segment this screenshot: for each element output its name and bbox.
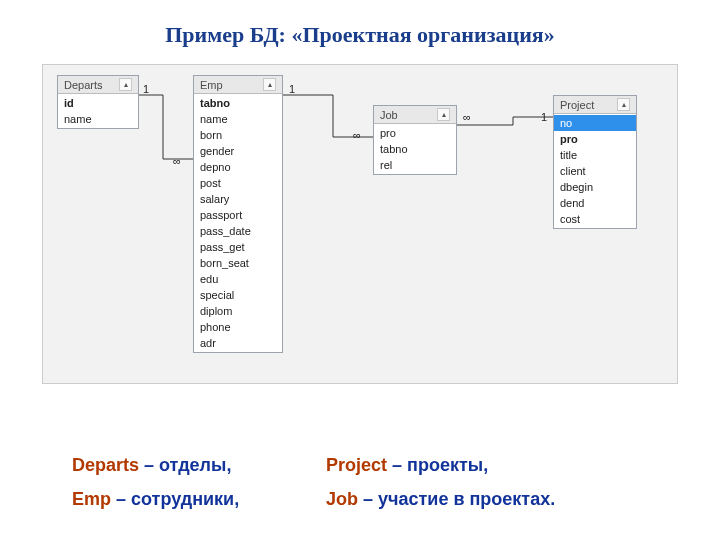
field[interactable]: salary <box>194 191 282 207</box>
field[interactable]: post <box>194 175 282 191</box>
cardinality-many: ∞ <box>463 111 471 123</box>
table-job[interactable]: Job ▴ pro tabno rel <box>373 105 457 175</box>
legend-desc: – отделы, <box>144 455 231 475</box>
table-project[interactable]: Project ▴ no pro title client dbegin den… <box>553 95 637 229</box>
table-title: Emp <box>200 79 223 91</box>
field[interactable]: depno <box>194 159 282 175</box>
legend-desc: – проекты, <box>392 455 488 475</box>
field[interactable]: dend <box>554 195 636 211</box>
table-header-emp: Emp ▴ <box>194 76 282 94</box>
field[interactable]: tabno <box>194 95 282 111</box>
scroll-up-icon[interactable]: ▴ <box>263 78 276 91</box>
legend-term: Project <box>326 455 387 475</box>
table-fields-project: no pro title client dbegin dend cost <box>554 114 636 228</box>
scroll-up-icon[interactable]: ▴ <box>437 108 450 121</box>
field[interactable]: diplom <box>194 303 282 319</box>
legend-term: Emp <box>72 489 111 509</box>
table-header-departs: Departs ▴ <box>58 76 138 94</box>
legend-row: Emp – сотрудники, Job – участие в проект… <box>72 482 555 516</box>
table-title: Project <box>560 99 594 111</box>
legend-desc: – сотрудники, <box>116 489 239 509</box>
legend: Departs – отделы, Project – проекты, Emp… <box>72 448 555 516</box>
legend-item: Project – проекты, <box>326 448 488 482</box>
field[interactable]: dbegin <box>554 179 636 195</box>
legend-item: Job – участие в проектах. <box>326 482 555 516</box>
legend-row: Departs – отделы, Project – проекты, <box>72 448 555 482</box>
field[interactable]: pro <box>374 125 456 141</box>
legend-item: Departs – отделы, <box>72 448 282 482</box>
field[interactable]: title <box>554 147 636 163</box>
table-header-project: Project ▴ <box>554 96 636 114</box>
field[interactable]: born <box>194 127 282 143</box>
legend-term: Departs <box>72 455 139 475</box>
field[interactable]: edu <box>194 271 282 287</box>
field[interactable]: born_seat <box>194 255 282 271</box>
field[interactable]: name <box>194 111 282 127</box>
field[interactable]: phone <box>194 319 282 335</box>
table-fields-departs: id name <box>58 94 138 128</box>
field[interactable]: id <box>58 95 138 111</box>
cardinality-many: ∞ <box>173 155 181 167</box>
field[interactable]: client <box>554 163 636 179</box>
cardinality-one: 1 <box>541 111 547 123</box>
field[interactable]: pass_get <box>194 239 282 255</box>
field[interactable]: cost <box>554 211 636 227</box>
legend-desc: – участие в проектах. <box>363 489 555 509</box>
field[interactable]: special <box>194 287 282 303</box>
table-departs[interactable]: Departs ▴ id name <box>57 75 139 129</box>
table-title: Job <box>380 109 398 121</box>
cardinality-one: 1 <box>289 83 295 95</box>
table-fields-emp: tabno name born gender depno post salary… <box>194 94 282 352</box>
diagram-canvas: Departs ▴ id name Emp ▴ tabno name born … <box>42 64 678 384</box>
page-title: Пример БД: «Проектная организация» <box>0 0 720 48</box>
table-title: Departs <box>64 79 103 91</box>
field[interactable]: gender <box>194 143 282 159</box>
field[interactable]: adr <box>194 335 282 351</box>
field[interactable]: pass_date <box>194 223 282 239</box>
table-header-job: Job ▴ <box>374 106 456 124</box>
legend-item: Emp – сотрудники, <box>72 482 282 516</box>
field[interactable]: tabno <box>374 141 456 157</box>
field[interactable]: pro <box>554 131 636 147</box>
scroll-up-icon[interactable]: ▴ <box>617 98 630 111</box>
table-fields-job: pro tabno rel <box>374 124 456 174</box>
field[interactable]: no <box>554 115 636 131</box>
table-emp[interactable]: Emp ▴ tabno name born gender depno post … <box>193 75 283 353</box>
cardinality-many: ∞ <box>353 129 361 141</box>
field[interactable]: name <box>58 111 138 127</box>
field[interactable]: rel <box>374 157 456 173</box>
scroll-up-icon[interactable]: ▴ <box>119 78 132 91</box>
field[interactable]: passport <box>194 207 282 223</box>
cardinality-one: 1 <box>143 83 149 95</box>
legend-term: Job <box>326 489 358 509</box>
